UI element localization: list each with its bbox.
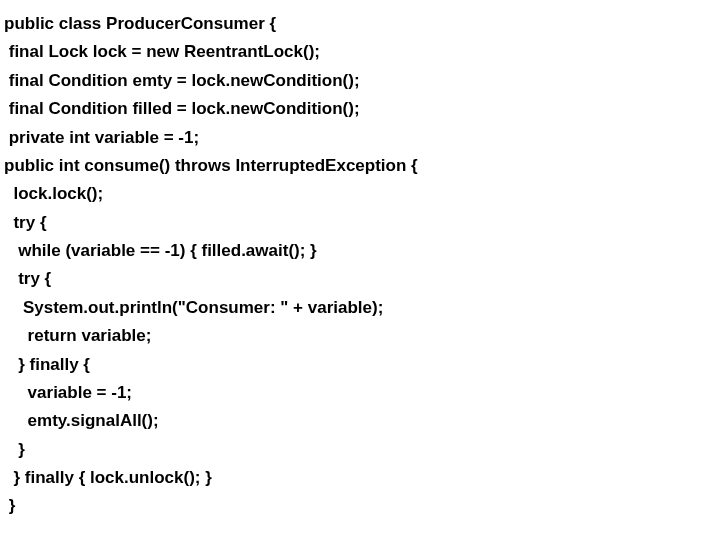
code-line: lock.lock(); — [4, 180, 720, 208]
code-line: try { — [4, 209, 720, 237]
code-line: } — [4, 492, 720, 520]
code-line: public class ProducerConsumer { — [4, 10, 720, 38]
code-line: final Condition emty = lock.newCondition… — [4, 67, 720, 95]
code-line: variable = -1; — [4, 379, 720, 407]
code-line: final Lock lock = new ReentrantLock(); — [4, 38, 720, 66]
code-line: private int variable = -1; — [4, 124, 720, 152]
code-line: while (variable == -1) { filled.await();… — [4, 237, 720, 265]
code-line: try { — [4, 265, 720, 293]
code-line: } finally { lock.unlock(); } — [4, 464, 720, 492]
code-line: System.out.println("Consumer: " + variab… — [4, 294, 720, 322]
code-line: } — [4, 436, 720, 464]
code-line: return variable; — [4, 322, 720, 350]
code-line: final Condition filled = lock.newConditi… — [4, 95, 720, 123]
code-line: public int consume() throws InterruptedE… — [4, 152, 720, 180]
code-line: } finally { — [4, 351, 720, 379]
code-line: emty.signalAll(); — [4, 407, 720, 435]
